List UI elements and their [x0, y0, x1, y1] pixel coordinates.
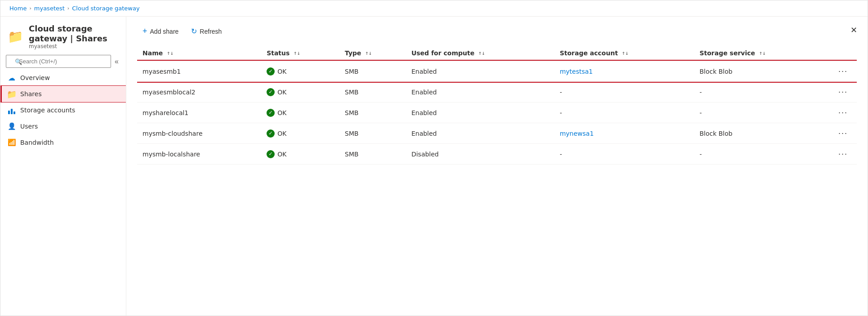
col-storage-service[interactable]: Storage service ↑↓: [694, 46, 829, 61]
sidebar-item-shares-label: Shares: [20, 90, 42, 98]
col-name[interactable]: Name ↑↓: [137, 46, 261, 61]
storage-accounts-icon: [8, 106, 16, 114]
cell-storage-service: Block Blob: [694, 61, 829, 82]
cell-status: ✓ OK: [261, 61, 339, 82]
sidebar-item-users-label: Users: [20, 123, 38, 130]
breadcrumb-current[interactable]: Cloud storage gateway: [72, 5, 139, 12]
row-more-button[interactable]: ···: [835, 107, 851, 118]
app-title: Cloud storage gateway | Shares: [29, 24, 119, 43]
sort-type-icon: ↑↓: [365, 52, 372, 56]
sidebar-header: 📁 Cloud storage gateway | Shares myasete…: [0, 17, 126, 53]
table-row[interactable]: myasesmblocal2 ✓ OK SMB Enabled - -: [137, 82, 857, 102]
col-used-for-compute[interactable]: Used for compute ↑↓: [406, 46, 554, 61]
refresh-label: Refresh: [200, 28, 222, 35]
storage-account-link[interactable]: mynewsa1: [560, 130, 594, 137]
nav-items: ☁ Overview 📁 Shares Storage accounts: [0, 70, 126, 316]
breadcrumb: Home › myasetest › Cloud storage gateway: [0, 0, 868, 17]
add-icon: +: [142, 27, 147, 36]
cell-storage-account: -: [554, 144, 694, 165]
sidebar-item-storage-accounts-label: Storage accounts: [20, 107, 75, 114]
status-ok-icon: ✓: [267, 88, 275, 96]
add-share-label: Add share: [150, 28, 179, 35]
table-row[interactable]: mysmb-localshare ✓ OK SMB Disabled - -: [137, 144, 857, 165]
search-input[interactable]: [6, 55, 111, 68]
row-more-button[interactable]: ···: [835, 148, 851, 160]
status-ok-icon: ✓: [267, 109, 275, 117]
table-body: myasesmb1 ✓ OK SMB Enabled mytestsa1: [137, 61, 857, 165]
sidebar-item-storage-accounts[interactable]: Storage accounts: [0, 102, 126, 118]
table-header: Name ↑↓ Status ↑↓ Type ↑↓: [137, 46, 857, 61]
collapse-sidebar-button[interactable]: «: [111, 56, 122, 67]
cell-compute: Enabled: [406, 61, 554, 82]
cell-more: ···: [829, 123, 857, 144]
overview-icon: ☁: [8, 74, 16, 82]
cell-name: myasesmb1: [137, 61, 261, 82]
cell-storage-account: mytestsa1: [554, 61, 694, 82]
storage-account-link[interactable]: mytestsa1: [560, 68, 593, 75]
app-folder-icon: 📁: [8, 29, 23, 45]
cell-status: ✓ OK: [261, 82, 339, 102]
cell-more: ···: [829, 144, 857, 165]
content-area: ✕ + Add share ↻ Refresh: [126, 17, 868, 316]
sidebar-item-bandwidth[interactable]: 📶 Bandwidth: [0, 134, 126, 151]
cell-storage-service: -: [694, 102, 829, 123]
cell-storage-service: -: [694, 82, 829, 102]
toolbar: + Add share ↻ Refresh: [137, 24, 857, 39]
refresh-button[interactable]: ↻ Refresh: [186, 24, 227, 38]
table-row[interactable]: mysmb-cloudshare ✓ OK SMB Enabled mynews…: [137, 123, 857, 144]
cell-name: mysmb-cloudshare: [137, 123, 261, 144]
cell-name: mysmb-localshare: [137, 144, 261, 165]
cell-status: ✓ OK: [261, 102, 339, 123]
bandwidth-icon: 📶: [8, 138, 16, 147]
cell-storage-account: -: [554, 102, 694, 123]
cell-storage-account: -: [554, 82, 694, 102]
table-row[interactable]: myasesmb1 ✓ OK SMB Enabled mytestsa1: [137, 61, 857, 82]
cell-compute: Enabled: [406, 82, 554, 102]
cell-name: mysharelocal1: [137, 102, 261, 123]
sidebar-item-shares[interactable]: 📁 Shares: [0, 86, 126, 102]
table-row[interactable]: mysharelocal1 ✓ OK SMB Enabled - -: [137, 102, 857, 123]
status-ok-icon: ✓: [267, 67, 275, 76]
status-ok-icon: ✓: [267, 150, 275, 158]
sort-compute-icon: ↑↓: [478, 52, 485, 56]
sort-name-icon: ↑↓: [167, 52, 174, 56]
cell-compute: Enabled: [406, 123, 554, 144]
cell-storage-service: Block Blob: [694, 123, 829, 144]
cell-type: SMB: [339, 82, 406, 102]
status-ok-icon: ✓: [267, 129, 275, 138]
close-button[interactable]: ✕: [850, 26, 857, 34]
sidebar-title-block: Cloud storage gateway | Shares myasetest: [29, 24, 119, 49]
search-row: 🔍 «: [0, 53, 126, 70]
row-more-button[interactable]: ···: [835, 128, 851, 139]
sort-status-icon: ↑↓: [294, 52, 300, 56]
cell-storage-service: -: [694, 144, 829, 165]
col-actions: [829, 46, 857, 61]
sidebar-item-users[interactable]: 👤 Users: [0, 118, 126, 134]
breadcrumb-chevron-1: ›: [29, 5, 31, 11]
table-container: Name ↑↓ Status ↑↓ Type ↑↓: [137, 46, 857, 308]
shares-table: Name ↑↓ Status ↑↓ Type ↑↓: [137, 46, 857, 165]
row-more-button[interactable]: ···: [835, 86, 851, 98]
cell-status: ✓ OK: [261, 123, 339, 144]
add-share-button[interactable]: + Add share: [137, 24, 184, 39]
shares-folder-icon: 📁: [8, 90, 16, 98]
col-type[interactable]: Type ↑↓: [339, 46, 406, 61]
cell-more: ···: [829, 61, 857, 82]
cell-compute: Disabled: [406, 144, 554, 165]
sidebar-item-overview-label: Overview: [20, 74, 50, 81]
sidebar-item-bandwidth-label: Bandwidth: [20, 139, 54, 146]
cell-name: myasesmblocal2: [137, 82, 261, 102]
refresh-icon: ↻: [191, 27, 197, 36]
cell-more: ···: [829, 82, 857, 102]
col-status[interactable]: Status ↑↓: [261, 46, 339, 61]
sidebar: 📁 Cloud storage gateway | Shares myasete…: [0, 17, 126, 316]
sort-storage-account-icon: ↑↓: [622, 52, 628, 56]
col-storage-account[interactable]: Storage account ↑↓: [554, 46, 694, 61]
cell-type: SMB: [339, 123, 406, 144]
sidebar-item-overview[interactable]: ☁ Overview: [0, 70, 126, 86]
breadcrumb-home[interactable]: Home: [9, 5, 27, 12]
sort-storage-service-icon: ↑↓: [759, 52, 766, 56]
cell-compute: Enabled: [406, 102, 554, 123]
row-more-button[interactable]: ···: [835, 66, 851, 77]
breadcrumb-device[interactable]: myasetest: [34, 5, 65, 12]
